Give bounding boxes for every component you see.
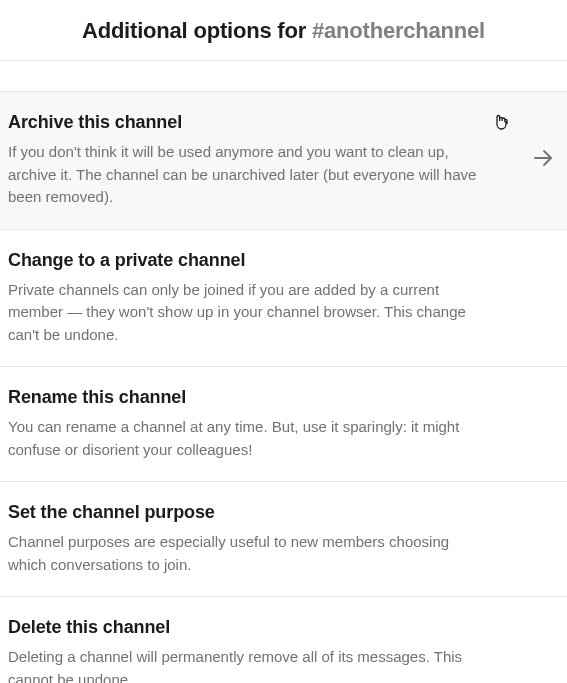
option-description: Deleting a channel will permanently remo… — [8, 646, 488, 683]
channel-name: #anotherchannel — [312, 18, 485, 43]
option-channel-purpose[interactable]: Set the channel purpose Channel purposes… — [0, 482, 567, 597]
option-description: If you don't think it will be used anymo… — [8, 141, 488, 209]
option-private-channel[interactable]: Change to a private channel Private chan… — [0, 230, 567, 368]
cursor-pointer-icon — [493, 114, 509, 136]
option-description: Channel purposes are especially useful t… — [8, 531, 488, 576]
page-title: Additional options for #anotherchannel — [0, 18, 567, 44]
option-description: You can rename a channel at any time. Bu… — [8, 416, 488, 461]
option-description: Private channels can only be joined if y… — [8, 279, 488, 347]
arrow-right-icon — [531, 146, 555, 174]
option-title: Archive this channel — [8, 112, 559, 133]
option-title: Change to a private channel — [8, 250, 559, 271]
option-rename-channel[interactable]: Rename this channel You can rename a cha… — [0, 367, 567, 482]
option-delete-channel[interactable]: Delete this channel Deleting a channel w… — [0, 597, 567, 683]
option-title: Rename this channel — [8, 387, 559, 408]
option-title: Set the channel purpose — [8, 502, 559, 523]
modal-header: Additional options for #anotherchannel — [0, 0, 567, 61]
option-title: Delete this channel — [8, 617, 559, 638]
title-prefix: Additional options for — [82, 18, 312, 43]
options-list: Archive this channel If you don't think … — [0, 91, 567, 683]
option-archive-channel[interactable]: Archive this channel If you don't think … — [0, 91, 567, 230]
